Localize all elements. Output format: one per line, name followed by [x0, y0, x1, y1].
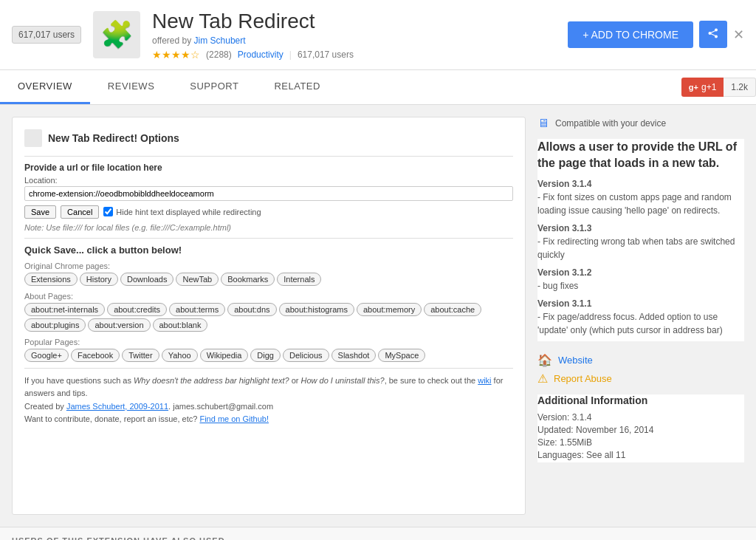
- about-page-btn[interactable]: about:terms: [169, 303, 225, 316]
- about-page-btn[interactable]: about:credits: [107, 303, 167, 316]
- category-link[interactable]: Productivity: [238, 49, 284, 60]
- popular-page-btn[interactable]: Yahoo: [162, 349, 198, 362]
- share-button[interactable]: [699, 21, 727, 48]
- popular-page-btn[interactable]: Delicious: [283, 349, 329, 362]
- tab-support[interactable]: SUPPORT: [172, 70, 256, 104]
- hint-checkbox[interactable]: [103, 207, 113, 216]
- popular-page-btn[interactable]: Google+: [24, 349, 69, 362]
- footer-text: If you have questions such as Why doesn'…: [24, 375, 513, 426]
- report-abuse-link[interactable]: ⚠ Report Abuse: [537, 372, 744, 386]
- extension-options: New Tab Redirect! Options Provide a url …: [24, 129, 513, 426]
- ai-title: Additional Information: [537, 394, 744, 406]
- about-page-btn[interactable]: about:plugins: [24, 318, 86, 332]
- compat-row: 🖥 Compatible with your device: [537, 117, 744, 130]
- close-button[interactable]: ✕: [733, 27, 744, 43]
- author-link[interactable]: Jim Schubert: [194, 35, 246, 46]
- ai-languages: Languages: See all 11: [537, 450, 744, 460]
- original-page-btn[interactable]: Extensions: [24, 273, 78, 286]
- popular-page-btn[interactable]: Facebook: [71, 349, 120, 362]
- about-pages-buttons: about:net-internalsabout:creditsabout:te…: [24, 303, 513, 332]
- rating-count: (2288): [206, 49, 232, 60]
- about-page-btn[interactable]: about:dns: [227, 303, 276, 316]
- puzzle-icon: 🧩: [100, 19, 134, 50]
- url-section-label: Provide a url or file location here: [24, 156, 513, 173]
- author-footer-link[interactable]: James Schubert, 2009-2011: [66, 402, 168, 411]
- popular-page-btn[interactable]: Twitter: [122, 349, 159, 362]
- url-input[interactable]: [24, 186, 513, 201]
- about-page-btn[interactable]: about:histograms: [279, 303, 354, 316]
- share-icon: [708, 28, 718, 38]
- house-icon: 🏠: [537, 353, 552, 367]
- gplus-button[interactable]: g+ g+1: [681, 78, 724, 97]
- extension-icon: 🧩: [93, 11, 140, 58]
- tab-related[interactable]: RELATED: [256, 70, 338, 104]
- add-to-chrome-button[interactable]: + ADD TO CHROME: [568, 21, 693, 48]
- right-panel: 🖥 Compatible with your device Allows a u…: [537, 117, 744, 515]
- bottom-title: USERS OF THIS EXTENSION HAVE ALSO USED: [12, 536, 744, 540]
- header-meta: ★★★★☆ (2288) Productivity | 617,017 user…: [152, 49, 556, 61]
- url-section: Location:: [24, 176, 513, 205]
- extension-title: New Tab Redirect: [152, 9, 556, 34]
- hint-checkbox-label: Hide hint text displayed while redirecti…: [103, 207, 261, 216]
- github-link[interactable]: Find me on Github!: [199, 414, 269, 423]
- note-text: Note: Use file:/// for local files (e.g.…: [24, 223, 513, 232]
- original-pages-label: Original Chrome pages:: [24, 262, 513, 270]
- description-box: Allows a user to provide the URL of the …: [537, 139, 744, 342]
- tab-reviews[interactable]: REVIEWS: [90, 70, 172, 104]
- gplus-section: g+ g+1 1.2k: [681, 78, 756, 97]
- about-page-btn[interactable]: about:net-internals: [24, 303, 105, 316]
- about-page-btn[interactable]: about:blank: [153, 318, 208, 332]
- popular-page-btn[interactable]: MySpace: [378, 349, 425, 362]
- tab-overview[interactable]: OVERVIEW: [0, 70, 90, 104]
- original-page-btn[interactable]: Bookmarks: [221, 273, 275, 286]
- header-info: New Tab Redirect offered by Jim Schubert…: [152, 9, 556, 61]
- description-title: Allows a user to provide the URL of the …: [537, 139, 744, 172]
- about-page-btn[interactable]: about:memory: [357, 303, 422, 316]
- gplus-count: 1.2k: [724, 78, 756, 97]
- options-header: New Tab Redirect! Options: [24, 129, 513, 147]
- version-note-item: Version 3.1.1- Fix page/address focus. A…: [537, 297, 744, 337]
- users-count-meta: 617,017 users: [298, 49, 354, 60]
- version-note-item: Version 3.1.4- Fix font sizes on custom …: [537, 177, 744, 217]
- stars: ★★★★☆: [152, 49, 200, 61]
- ai-size: Size: 1.55MiB: [537, 437, 744, 448]
- version-note-item: Version 3.1.2- bug fixes: [537, 266, 744, 293]
- tabs-bar: OVERVIEW REVIEWS SUPPORT RELATED g+ g+1 …: [0, 70, 756, 105]
- links-section: 🏠 Website ⚠ Report Abuse: [537, 353, 744, 386]
- popular-pages-label: Popular Pages:: [24, 338, 513, 346]
- save-cancel-row: Save Cancel Hide hint text displayed whi…: [24, 205, 513, 219]
- options-icon: [24, 129, 42, 147]
- original-page-btn[interactable]: Internals: [277, 273, 321, 286]
- original-page-btn[interactable]: History: [80, 273, 118, 286]
- compat-icon: 🖥: [537, 117, 549, 130]
- svg-line-3: [711, 31, 716, 33]
- location-label: Location:: [24, 176, 513, 185]
- version-notes: Version 3.1.4- Fix font sizes on custom …: [537, 177, 744, 337]
- svg-point-2: [709, 32, 712, 35]
- popular-pages-buttons: Google+FacebookTwitterYahooWikipediaDigg…: [24, 349, 513, 362]
- original-page-btn[interactable]: Downloads: [120, 273, 173, 286]
- report-icon: ⚠: [537, 372, 548, 386]
- quick-save-title: Quick Save... click a button below!: [24, 245, 513, 256]
- cancel-button[interactable]: Cancel: [61, 205, 99, 219]
- wiki-link[interactable]: wiki: [478, 376, 491, 385]
- header-actions: + ADD TO CHROME ✕: [568, 21, 744, 48]
- about-page-btn[interactable]: about:cache: [424, 303, 481, 316]
- popular-page-btn[interactable]: Slashdot: [331, 349, 377, 362]
- users-badge: 617,017 users: [12, 26, 81, 44]
- original-page-btn[interactable]: NewTab: [176, 273, 219, 286]
- compat-text: Compatible with your device: [555, 118, 666, 129]
- offered-by: offered by Jim Schubert: [152, 35, 556, 46]
- about-pages-label: About Pages:: [24, 292, 513, 301]
- gplus-label: g+1: [701, 82, 716, 92]
- save-button[interactable]: Save: [24, 205, 56, 219]
- popular-page-btn[interactable]: Wikipedia: [200, 349, 249, 362]
- version-note-item: Version 3.1.3- Fix redirecting wrong tab…: [537, 222, 744, 262]
- extension-preview-panel: New Tab Redirect! Options Provide a url …: [12, 117, 526, 515]
- website-link[interactable]: 🏠 Website: [537, 353, 744, 367]
- header: 617,017 users 🧩 New Tab Redirect offered…: [0, 0, 756, 70]
- svg-line-4: [711, 34, 716, 36]
- about-page-btn[interactable]: about:version: [88, 318, 150, 332]
- popular-page-btn[interactable]: Digg: [250, 349, 281, 362]
- options-title: New Tab Redirect! Options: [48, 132, 179, 144]
